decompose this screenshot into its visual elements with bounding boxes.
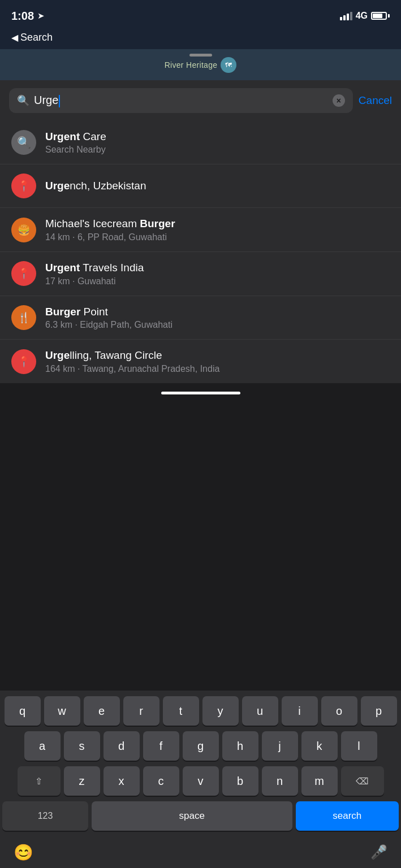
pin-icon: 📍: [18, 267, 30, 280]
back-navigation[interactable]: ◀ Search: [0, 29, 401, 49]
result-title-rest: Point: [80, 306, 108, 318]
key-s[interactable]: s: [64, 731, 100, 761]
back-arrow-icon: ◀: [11, 32, 18, 43]
list-item[interactable]: 📍 Urgelling, Tawang Circle 164 km · Tawa…: [0, 340, 401, 383]
clear-button[interactable]: ×: [333, 94, 345, 107]
key-q[interactable]: q: [5, 696, 41, 726]
home-indicator: [0, 383, 401, 402]
key-r[interactable]: r: [123, 696, 159, 726]
search-input-wrap[interactable]: 🔍 Urge ×: [9, 88, 353, 113]
search-result-icon: 🔍: [17, 136, 31, 149]
status-right: 4G: [340, 11, 390, 21]
signal-bar-1: [340, 17, 342, 20]
key-c[interactable]: c: [143, 766, 179, 796]
status-left: 1:08 ➤: [11, 10, 45, 23]
key-o[interactable]: o: [321, 696, 357, 726]
key-g[interactable]: g: [183, 731, 219, 761]
map-label: River Heritage: [165, 60, 218, 70]
search-key[interactable]: search: [296, 801, 399, 831]
result-title: Urgelling, Tawang Circle: [45, 349, 390, 363]
result-title: Burger Point: [45, 305, 390, 319]
result-icon-search: 🔍: [11, 130, 36, 155]
signal-bar-3: [347, 14, 349, 20]
key-x[interactable]: x: [104, 766, 140, 796]
result-subtitle: 164 km · Tawang, Arunachal Pradesh, Indi…: [45, 364, 390, 374]
microphone-icon[interactable]: 🎤: [370, 844, 387, 860]
pin-icon: 📍: [18, 180, 30, 192]
shift-key[interactable]: ⇧: [18, 766, 61, 796]
search-icon: 🔍: [17, 94, 29, 107]
result-title-bold: Urge: [45, 349, 70, 361]
result-text: Burger Point 6.3 km · Eidgah Path, Guwah…: [45, 305, 390, 331]
result-title-rest: Care: [80, 131, 106, 142]
result-title: Urgent Care: [45, 130, 390, 144]
result-subtitle: 17 km · Guwahati: [45, 276, 390, 287]
result-title: Michael's Icecream Burger: [45, 217, 390, 231]
network-type: 4G: [356, 11, 368, 21]
space-key[interactable]: space: [92, 801, 292, 831]
keyboard-bottom-bar: 😊 🎤: [2, 836, 399, 868]
key-y[interactable]: y: [202, 696, 239, 726]
result-icon-pin: 📍: [11, 261, 36, 286]
result-text: Urgent Travels India 17 km · Guwahati: [45, 261, 390, 287]
result-title-rest: nch, Uzbekistan: [70, 180, 146, 192]
search-input[interactable]: Urge: [34, 94, 328, 107]
delete-key[interactable]: ⌫: [341, 766, 384, 796]
keyboard-row-2: a s d f g h j k l: [2, 731, 399, 761]
result-icon-pin: 📍: [11, 349, 36, 374]
result-title-bold: Burger: [140, 218, 175, 229]
signal-bar-2: [343, 15, 346, 20]
result-title: Urgench, Uzbekistan: [45, 179, 390, 193]
sheet-handle: [189, 54, 212, 57]
results-list: 🔍 Urgent Care Search Nearby 📍 Urgench, U…: [0, 121, 401, 383]
key-m[interactable]: m: [301, 766, 338, 796]
result-subtitle: 6.3 km · Eidgah Path, Guwahati: [45, 320, 390, 330]
list-item[interactable]: 🍴 Burger Point 6.3 km · Eidgah Path, Guw…: [0, 296, 401, 340]
food-icon: 🍔: [18, 224, 30, 236]
key-k[interactable]: k: [301, 731, 338, 761]
key-h[interactable]: h: [222, 731, 258, 761]
result-icon-pin: 📍: [11, 173, 36, 198]
key-e[interactable]: e: [84, 696, 120, 726]
emoji-icon[interactable]: 😊: [14, 843, 33, 862]
status-bar: 1:08 ➤ 4G: [0, 0, 401, 29]
key-b[interactable]: b: [222, 766, 258, 796]
result-title-bold: Urge: [45, 180, 70, 192]
result-title-bold: Urgent: [45, 262, 80, 274]
key-a[interactable]: a: [24, 731, 61, 761]
key-j[interactable]: j: [262, 731, 298, 761]
result-title-bold: Urgent: [45, 131, 80, 142]
key-d[interactable]: d: [104, 731, 140, 761]
result-text: Urgelling, Tawang Circle 164 km · Tawang…: [45, 349, 390, 374]
battery-body: [371, 12, 387, 20]
list-item[interactable]: 🍔 Michael's Icecream Burger 14 km · 6, P…: [0, 208, 401, 252]
key-v[interactable]: v: [183, 766, 219, 796]
result-title-rest: Travels India: [80, 262, 144, 274]
key-n[interactable]: n: [262, 766, 298, 796]
navigation-icon: ➤: [37, 11, 45, 21]
key-z[interactable]: z: [64, 766, 100, 796]
result-title-rest: lling, Tawang Circle: [70, 349, 162, 361]
search-bar-container[interactable]: 🔍 Urge × Cancel: [0, 80, 401, 121]
key-i[interactable]: i: [282, 696, 318, 726]
key-u[interactable]: u: [242, 696, 278, 726]
result-title-prefix: Michael's Icecream: [45, 218, 140, 229]
key-w[interactable]: w: [44, 696, 80, 726]
battery-indicator: [371, 12, 390, 20]
result-subtitle: 14 km · 6, PP Road, Guwahati: [45, 232, 390, 242]
key-f[interactable]: f: [143, 731, 179, 761]
list-item[interactable]: 📍 Urgent Travels India 17 km · Guwahati: [0, 252, 401, 296]
key-t[interactable]: t: [163, 696, 199, 726]
map-icon: 🗺: [221, 57, 236, 73]
home-pill: [161, 392, 240, 394]
key-p[interactable]: p: [361, 696, 397, 726]
numbers-key[interactable]: 123: [2, 801, 88, 831]
search-cursor: [59, 95, 60, 107]
key-l[interactable]: l: [341, 731, 377, 761]
keyboard-row-bottom: 123 space search: [2, 801, 399, 831]
cancel-button[interactable]: Cancel: [359, 94, 392, 107]
list-item[interactable]: 🔍 Urgent Care Search Nearby: [0, 121, 401, 165]
list-item[interactable]: 📍 Urgench, Uzbekistan: [0, 164, 401, 208]
back-label: Search: [20, 32, 53, 44]
keyboard-row-3: ⇧ z x c v b n m ⌫: [2, 766, 399, 796]
